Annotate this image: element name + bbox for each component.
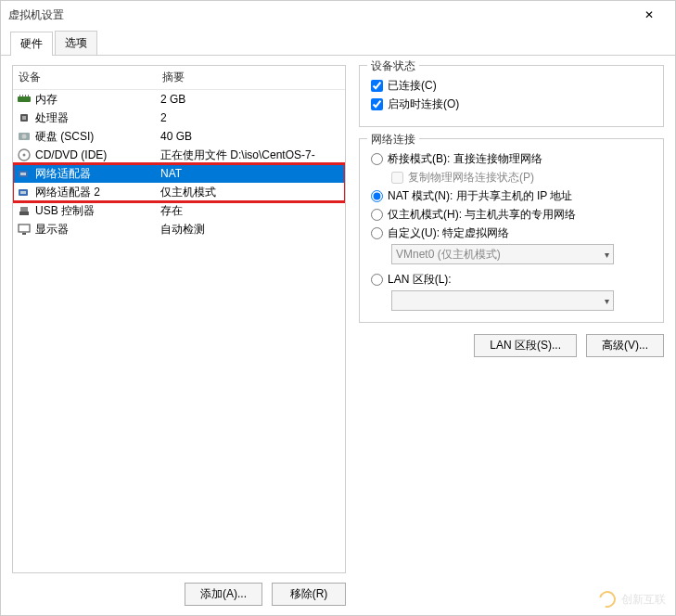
bridged-label: 桥接模式(B): 直接连接物理网络	[388, 151, 542, 167]
table-row[interactable]: CD/DVD (IDE)正在使用文件 D:\iso\CentOS-7-	[13, 146, 345, 164]
table-row[interactable]: 硬盘 (SCSI)40 GB	[13, 127, 345, 146]
table-row[interactable]: 网络适配器NAT	[13, 164, 345, 183]
left-button-row: 添加(A)... 移除(R)	[12, 583, 346, 606]
lan-segment-select: ▾	[391, 290, 614, 311]
summary-cell: 40 GB	[160, 130, 341, 143]
table-row[interactable]: 内存2 GB	[13, 90, 345, 109]
hostonly-label: 仅主机模式(H): 与主机共享的专用网络	[388, 207, 576, 223]
device-label: CD/DVD (IDE)	[35, 148, 107, 161]
svg-rect-6	[22, 116, 26, 120]
content-area: 设备 摘要 内存2 GB处理器2硬盘 (SCSI)40 GBCD/DVD (ID…	[1, 56, 675, 615]
close-button[interactable]: ✕	[631, 1, 668, 29]
hostonly-radio[interactable]: 仅主机模式(H): 与主机共享的专用网络	[371, 207, 652, 223]
usb-icon	[17, 203, 32, 218]
summary-cell: 存在	[160, 203, 341, 219]
titlebar: 虚拟机设置 ✕	[1, 1, 675, 29]
nat-label: NAT 模式(N): 用于共享主机的 IP 地址	[388, 188, 572, 204]
svg-point-10	[23, 154, 26, 157]
svg-rect-1	[19, 95, 20, 96]
svg-rect-16	[19, 212, 29, 215]
device-label: 网络适配器	[35, 166, 91, 182]
svg-rect-3	[25, 95, 26, 96]
summary-cell: 2 GB	[160, 93, 341, 106]
memory-icon	[17, 92, 32, 107]
header-summary: 摘要	[162, 70, 339, 85]
device-status-title: 设备状态	[367, 58, 419, 74]
svg-rect-0	[18, 96, 31, 102]
replicate-checkbox: 复制物理网络连接状态(P)	[391, 170, 652, 186]
watermark: 创新互联	[599, 591, 666, 608]
tab-options[interactable]: 选项	[55, 31, 97, 55]
device-label: 处理器	[35, 110, 69, 126]
table-row[interactable]: 显示器自动检测	[13, 220, 345, 238]
bridged-radio-input[interactable]	[371, 153, 383, 165]
chevron-down-icon: ▾	[605, 250, 609, 260]
svg-rect-14	[20, 191, 26, 194]
window-title: 虚拟机设置	[8, 7, 631, 23]
connect-poweron-label: 启动时连接(O)	[388, 96, 459, 112]
right-button-row: LAN 区段(S)... 高级(V)...	[359, 334, 664, 357]
custom-radio-input[interactable]	[371, 227, 383, 239]
svg-point-8	[22, 135, 27, 139]
svg-rect-18	[22, 233, 26, 235]
svg-rect-4	[28, 95, 29, 96]
left-panel: 设备 摘要 内存2 GB处理器2硬盘 (SCSI)40 GBCD/DVD (ID…	[12, 65, 346, 606]
device-label: 网络适配器 2	[35, 185, 100, 200]
summary-cell: 仅主机模式	[160, 185, 341, 200]
custom-radio[interactable]: 自定义(U): 特定虚拟网络	[371, 225, 652, 241]
vm-settings-window: 虚拟机设置 ✕ 硬件 选项 设备 摘要 内存2 GB处理器2硬盘 (SCSI)4…	[0, 0, 676, 616]
net-icon	[17, 166, 32, 181]
advanced-button[interactable]: 高级(V)...	[586, 334, 664, 357]
connect-poweron-checkbox[interactable]: 启动时连接(O)	[371, 96, 652, 112]
connect-poweron-checkbox-input[interactable]	[371, 98, 383, 110]
lan-segment-label: LAN 区段(L):	[388, 272, 452, 288]
tab-bar: 硬件 选项	[1, 31, 675, 56]
bridged-radio[interactable]: 桥接模式(B): 直接连接物理网络	[371, 151, 652, 167]
table-row[interactable]: 处理器2	[13, 109, 345, 127]
tab-hardware[interactable]: 硬件	[10, 32, 53, 56]
network-title: 网络连接	[367, 132, 419, 148]
table-row[interactable]: USB 控制器存在	[13, 201, 345, 220]
network-connection-group: 网络连接 桥接模式(B): 直接连接物理网络 复制物理网络连接状态(P) NAT…	[359, 138, 664, 323]
connected-checkbox[interactable]: 已连接(C)	[371, 78, 652, 94]
table-row[interactable]: 网络适配器 2仅主机模式	[13, 183, 345, 201]
cpu-icon	[17, 110, 32, 125]
right-panel: 设备状态 已连接(C) 启动时连接(O) 网络连接 桥接模式(B): 直接连接物…	[359, 65, 664, 606]
device-cell: 显示器	[17, 222, 160, 237]
list-body: 内存2 GB处理器2硬盘 (SCSI)40 GBCD/DVD (IDE)正在使用…	[13, 90, 345, 572]
add-button[interactable]: 添加(A)...	[185, 583, 262, 606]
svg-rect-17	[19, 225, 30, 232]
remove-button[interactable]: 移除(R)	[272, 583, 346, 606]
summary-cell: 正在使用文件 D:\iso\CentOS-7-	[160, 148, 341, 163]
net-icon	[17, 185, 32, 199]
device-list[interactable]: 设备 摘要 内存2 GB处理器2硬盘 (SCSI)40 GBCD/DVD (ID…	[12, 65, 346, 573]
hdd-icon	[17, 129, 32, 144]
connected-label: 已连接(C)	[388, 78, 437, 94]
hostonly-radio-input[interactable]	[371, 209, 383, 221]
chevron-down-icon: ▾	[605, 296, 609, 306]
device-label: 硬盘 (SCSI)	[35, 129, 94, 145]
svg-rect-2	[22, 95, 23, 96]
summary-cell: 2	[160, 111, 341, 124]
nat-radio[interactable]: NAT 模式(N): 用于共享主机的 IP 地址	[371, 188, 652, 204]
device-cell: USB 控制器	[17, 203, 160, 219]
device-status-group: 设备状态 已连接(C) 启动时连接(O)	[359, 65, 664, 127]
device-cell: 网络适配器	[17, 166, 160, 182]
lan-segments-button[interactable]: LAN 区段(S)...	[474, 334, 577, 357]
nat-radio-input[interactable]	[371, 190, 383, 202]
connected-checkbox-input[interactable]	[371, 80, 383, 92]
custom-select-value: VMnet0 (仅主机模式)	[396, 247, 501, 263]
lan-segment-radio[interactable]: LAN 区段(L):	[371, 272, 652, 288]
custom-label: 自定义(U): 特定虚拟网络	[388, 225, 509, 241]
summary-cell: NAT	[160, 167, 341, 180]
device-label: 显示器	[35, 222, 69, 237]
watermark-text: 创新互联	[621, 592, 666, 608]
display-icon	[17, 222, 32, 237]
device-cell: 网络适配器 2	[17, 185, 160, 200]
custom-select: VMnet0 (仅主机模式) ▾	[391, 244, 614, 264]
lan-segment-radio-input[interactable]	[371, 274, 383, 286]
svg-rect-12	[20, 173, 26, 175]
close-icon: ✕	[644, 8, 654, 21]
device-cell: 处理器	[17, 110, 160, 126]
disc-icon	[17, 148, 32, 162]
